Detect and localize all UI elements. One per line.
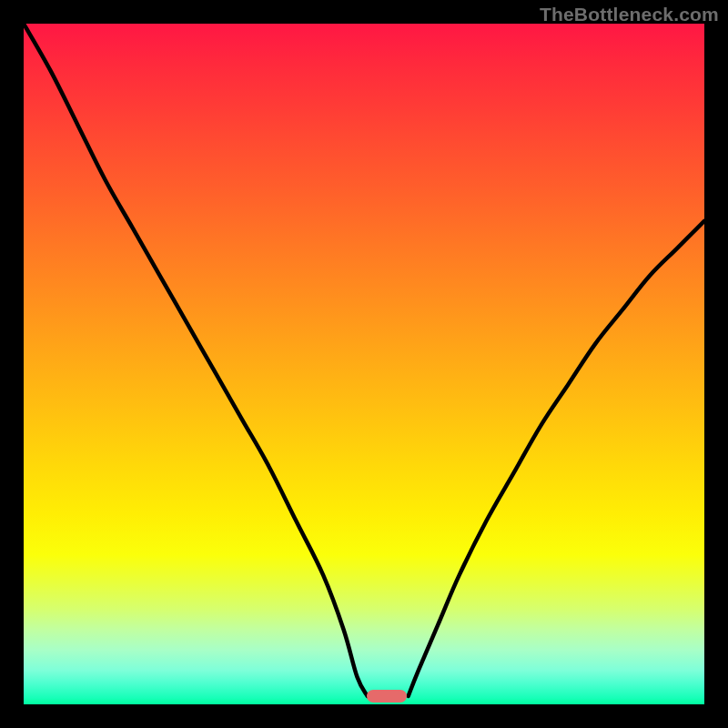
attribution-label: TheBottleneck.com xyxy=(540,4,719,25)
right-curve xyxy=(409,221,704,696)
minimum-marker xyxy=(367,690,407,703)
plot-area xyxy=(24,24,704,704)
curve-layer xyxy=(24,24,704,704)
left-curve xyxy=(24,24,368,696)
chart-frame: TheBottleneck.com xyxy=(0,0,728,728)
